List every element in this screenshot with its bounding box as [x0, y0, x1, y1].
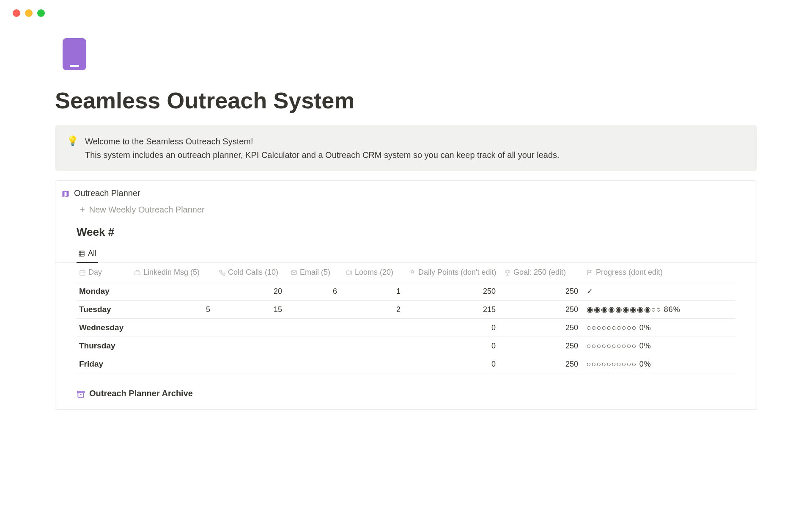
cell-email[interactable]	[288, 341, 343, 351]
callout-line-1: Welcome to the Seamless Outreach System!	[85, 135, 560, 148]
tab-all-label: All	[88, 249, 96, 258]
archive-link-label: Outreach Planner Archive	[89, 389, 193, 398]
svg-rect-8	[135, 271, 140, 275]
cell-daily[interactable]: 0	[406, 341, 502, 351]
cell-linkedin[interactable]	[132, 341, 216, 351]
cell-progress[interactable]: ○○○○○○○○○○ 0%	[584, 359, 715, 369]
cell-progress[interactable]: ◉◉◉◉◉◉◉◉◉○○ 86%	[584, 305, 715, 314]
outreach-planner-panel: Outreach Planner + New Weekly Outreach P…	[55, 180, 757, 410]
svg-rect-4	[80, 271, 85, 276]
section-title[interactable]: Week #	[55, 223, 757, 246]
cell-goal[interactable]: 250	[502, 305, 584, 314]
cell-goal[interactable]: 250	[502, 341, 584, 351]
table-icon	[78, 249, 85, 258]
phone-icon	[219, 269, 225, 276]
cell-daily[interactable]: 0	[406, 323, 502, 332]
cell-email[interactable]	[288, 323, 343, 332]
cell-looms[interactable]	[343, 359, 406, 369]
cell-linkedin[interactable]	[132, 359, 216, 369]
table-row[interactable]: Friday0250○○○○○○○○○○ 0%	[77, 355, 735, 373]
cell-progress[interactable]: ○○○○○○○○○○ 0%	[584, 341, 715, 351]
column-header-linkedin[interactable]: Linkedin Msg (5)	[132, 268, 216, 277]
cell-email[interactable]: 6	[288, 287, 343, 296]
video-icon	[346, 269, 352, 276]
cell-daily[interactable]: 250	[406, 287, 502, 296]
lightbulb-icon: 💡	[67, 135, 78, 162]
column-header-email[interactable]: Email (5)	[288, 268, 343, 277]
svg-rect-10	[346, 271, 350, 274]
cell-looms[interactable]	[343, 341, 406, 351]
cell-email[interactable]	[288, 305, 343, 314]
panel-header-label: Outreach Planner	[74, 188, 140, 198]
flag-icon	[587, 269, 593, 276]
cell-goal[interactable]: 250	[502, 323, 584, 332]
cell-linkedin[interactable]	[132, 323, 216, 332]
cell-linkedin[interactable]	[132, 287, 216, 296]
column-header-progress[interactable]: Progress (dont edit)	[584, 268, 715, 277]
svg-rect-0	[79, 251, 84, 256]
archive-link[interactable]: Outreach Planner Archive	[55, 373, 757, 398]
column-header-cold-calls[interactable]: Cold Calls (10)	[216, 268, 288, 277]
cell-cold[interactable]: 20	[216, 287, 288, 296]
page-title: Seamless Outreach System	[55, 87, 757, 113]
window-minimize-button[interactable]	[25, 9, 33, 17]
window-controls	[0, 0, 812, 17]
cell-looms[interactable]	[343, 323, 406, 332]
column-header-looms[interactable]: Looms (20)	[343, 268, 406, 277]
view-tabs: All	[55, 246, 757, 263]
table-wrapper: Day Linkedin Msg (5) Cold Calls (10)	[55, 263, 757, 373]
panel-header[interactable]: Outreach Planner	[55, 188, 757, 203]
check-badge-icon	[409, 269, 416, 276]
briefcase-icon	[134, 269, 141, 276]
table-row[interactable]: Thursday0250○○○○○○○○○○ 0%	[77, 337, 735, 355]
archive-icon	[77, 389, 85, 398]
cell-cold[interactable]	[216, 323, 288, 332]
table-header: Day Linkedin Msg (5) Cold Calls (10)	[77, 263, 735, 282]
svg-rect-12	[78, 392, 83, 397]
cell-progress[interactable]: ✓	[584, 287, 715, 296]
table-row[interactable]: Tuesday5152215250◉◉◉◉◉◉◉◉◉○○ 86%	[77, 301, 735, 319]
trophy-icon	[504, 269, 511, 276]
window-close-button[interactable]	[13, 9, 20, 17]
table-body: Monday2061250250✓Tuesday5152215250◉◉◉◉◉◉…	[77, 282, 735, 373]
column-header-goal[interactable]: Goal: 250 (edit)	[502, 268, 584, 277]
map-icon	[61, 188, 70, 198]
calendar-icon	[79, 269, 86, 276]
cell-looms[interactable]: 1	[343, 287, 406, 296]
svg-rect-13	[77, 391, 85, 392]
cell-email[interactable]	[288, 359, 343, 369]
cell-looms[interactable]: 2	[343, 305, 406, 314]
window-maximize-button[interactable]	[37, 9, 45, 17]
table-row[interactable]: Wednesday0250○○○○○○○○○○ 0%	[77, 319, 735, 337]
envelope-icon	[291, 269, 297, 276]
cell-day[interactable]: Tuesday	[77, 305, 132, 314]
plus-icon: +	[80, 205, 85, 215]
cell-goal[interactable]: 250	[502, 359, 584, 369]
page-icon[interactable]	[63, 38, 86, 70]
column-header-day[interactable]: Day	[77, 268, 132, 277]
callout-text: Welcome to the Seamless Outreach System!…	[85, 135, 560, 162]
cell-linkedin[interactable]: 5	[132, 305, 216, 314]
new-weekly-planner-label: New Weekly Outreach Planner	[89, 205, 205, 215]
cell-day[interactable]: Thursday	[77, 341, 132, 351]
callout-block: 💡 Welcome to the Seamless Outreach Syste…	[55, 125, 757, 171]
callout-line-2: This system includes an outreach planner…	[85, 148, 560, 162]
cell-daily[interactable]: 215	[406, 305, 502, 314]
column-header-daily-points[interactable]: Daily Points (don't edit)	[406, 268, 502, 277]
cell-day[interactable]: Monday	[77, 287, 132, 296]
cell-cold[interactable]	[216, 341, 288, 351]
table-row[interactable]: Monday2061250250✓	[77, 282, 735, 301]
cell-cold[interactable]	[216, 359, 288, 369]
svg-marker-11	[350, 271, 351, 274]
cell-day[interactable]: Friday	[77, 359, 132, 369]
tab-all[interactable]: All	[77, 246, 98, 263]
cell-cold[interactable]: 15	[216, 305, 288, 314]
cell-goal[interactable]: 250	[502, 287, 584, 296]
cell-day[interactable]: Wednesday	[77, 323, 132, 332]
cell-progress[interactable]: ○○○○○○○○○○ 0%	[584, 323, 715, 332]
new-weekly-planner-button[interactable]: + New Weekly Outreach Planner	[55, 203, 757, 223]
cell-daily[interactable]: 0	[406, 359, 502, 369]
